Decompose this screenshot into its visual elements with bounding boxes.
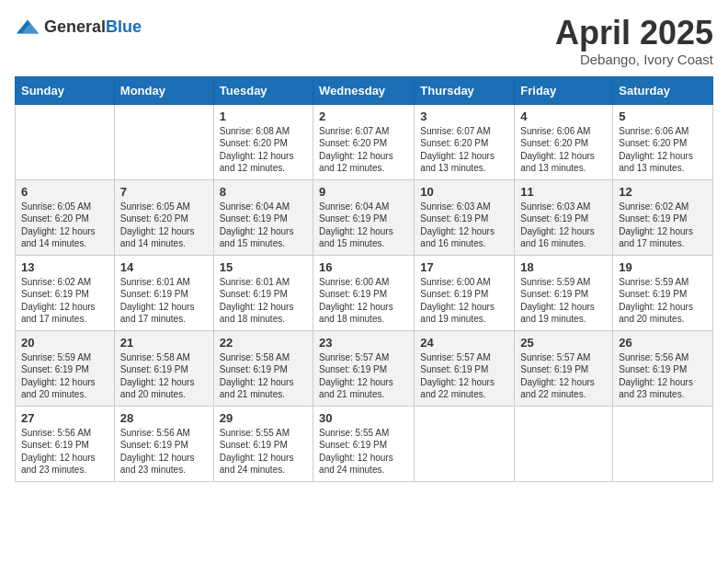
header-sunday: Sunday — [16, 76, 115, 104]
calendar-cell: 23Sunrise: 5:57 AM Sunset: 6:19 PM Dayli… — [313, 330, 415, 406]
day-number: 21 — [120, 336, 208, 350]
day-info: Sunrise: 6:03 AM Sunset: 6:19 PM Dayligh… — [520, 201, 607, 250]
day-number: 9 — [319, 185, 408, 199]
calendar-cell: 2Sunrise: 6:07 AM Sunset: 6:20 PM Daylig… — [313, 104, 415, 179]
title-area: April 2025 Debango, Ivory Coast — [555, 15, 713, 67]
calendar-cell: 26Sunrise: 5:56 AM Sunset: 6:19 PM Dayli… — [613, 330, 713, 406]
day-info: Sunrise: 5:56 AM Sunset: 6:19 PM Dayligh… — [21, 427, 108, 477]
header-saturday: Saturday — [613, 76, 713, 104]
day-number: 25 — [520, 336, 607, 350]
day-info: Sunrise: 6:01 AM Sunset: 6:19 PM Dayligh… — [220, 276, 307, 326]
calendar-cell: 13Sunrise: 6:02 AM Sunset: 6:19 PM Dayli… — [16, 255, 115, 330]
day-info: Sunrise: 6:05 AM Sunset: 6:20 PM Dayligh… — [21, 201, 108, 250]
day-info: Sunrise: 6:08 AM Sunset: 6:20 PM Dayligh… — [220, 125, 307, 175]
day-number: 27 — [21, 411, 108, 425]
day-info: Sunrise: 5:57 AM Sunset: 6:19 PM Dayligh… — [319, 351, 408, 401]
calendar-cell: 28Sunrise: 5:56 AM Sunset: 6:19 PM Dayli… — [114, 406, 213, 481]
calendar-cell: 29Sunrise: 5:55 AM Sunset: 6:19 PM Dayli… — [213, 406, 313, 481]
calendar-cell: 5Sunrise: 6:06 AM Sunset: 6:20 PM Daylig… — [613, 104, 713, 179]
header: GeneralBlue April 2025 Debango, Ivory Co… — [15, 15, 713, 67]
calendar-cell: 12Sunrise: 6:02 AM Sunset: 6:19 PM Dayli… — [613, 179, 713, 255]
calendar-cell: 7Sunrise: 6:05 AM Sunset: 6:20 PM Daylig… — [114, 179, 213, 255]
calendar-cell: 20Sunrise: 5:59 AM Sunset: 6:19 PM Dayli… — [16, 330, 115, 406]
calendar-cell: 16Sunrise: 6:00 AM Sunset: 6:19 PM Dayli… — [313, 255, 415, 330]
day-number: 29 — [220, 411, 307, 425]
day-number: 28 — [120, 411, 208, 425]
day-number: 1 — [220, 109, 307, 123]
day-info: Sunrise: 6:04 AM Sunset: 6:19 PM Dayligh… — [319, 201, 408, 250]
day-number: 5 — [619, 109, 707, 123]
week-row-1: 1Sunrise: 6:08 AM Sunset: 6:20 PM Daylig… — [16, 104, 713, 179]
header-monday: Monday — [114, 76, 213, 104]
day-info: Sunrise: 6:00 AM Sunset: 6:19 PM Dayligh… — [319, 276, 408, 326]
day-info: Sunrise: 5:56 AM Sunset: 6:19 PM Dayligh… — [120, 427, 208, 477]
day-number: 7 — [120, 185, 208, 199]
calendar-cell: 4Sunrise: 6:06 AM Sunset: 6:20 PM Daylig… — [515, 104, 613, 179]
day-info: Sunrise: 5:59 AM Sunset: 6:19 PM Dayligh… — [520, 276, 607, 326]
day-info: Sunrise: 6:07 AM Sunset: 6:20 PM Dayligh… — [319, 125, 408, 175]
day-number: 20 — [21, 336, 108, 350]
day-info: Sunrise: 6:01 AM Sunset: 6:19 PM Dayligh… — [120, 276, 208, 326]
logo-general: GeneralBlue — [44, 18, 142, 37]
calendar-cell: 3Sunrise: 6:07 AM Sunset: 6:20 PM Daylig… — [415, 104, 515, 179]
day-info: Sunrise: 5:55 AM Sunset: 6:19 PM Dayligh… — [319, 427, 408, 477]
day-number: 10 — [420, 185, 508, 199]
calendar-cell: 15Sunrise: 6:01 AM Sunset: 6:19 PM Dayli… — [213, 255, 313, 330]
logo-icon — [15, 15, 40, 40]
calendar-cell: 24Sunrise: 5:57 AM Sunset: 6:19 PM Dayli… — [415, 330, 515, 406]
calendar-cell: 27Sunrise: 5:56 AM Sunset: 6:19 PM Dayli… — [16, 406, 115, 481]
header-wednesday: Wednesday — [313, 76, 415, 104]
calendar-table: Sunday Monday Tuesday Wednesday Thursday… — [15, 76, 713, 482]
location: Debango, Ivory Coast — [555, 52, 713, 67]
week-row-3: 13Sunrise: 6:02 AM Sunset: 6:19 PM Dayli… — [16, 255, 713, 330]
calendar-cell — [415, 406, 515, 481]
day-info: Sunrise: 5:56 AM Sunset: 6:19 PM Dayligh… — [619, 351, 707, 401]
days-header-row: Sunday Monday Tuesday Wednesday Thursday… — [16, 76, 713, 104]
header-friday: Friday — [515, 76, 613, 104]
week-row-5: 27Sunrise: 5:56 AM Sunset: 6:19 PM Dayli… — [16, 406, 713, 481]
day-info: Sunrise: 6:02 AM Sunset: 6:19 PM Dayligh… — [21, 276, 108, 326]
day-info: Sunrise: 5:59 AM Sunset: 6:19 PM Dayligh… — [21, 351, 108, 401]
calendar-cell: 19Sunrise: 5:59 AM Sunset: 6:19 PM Dayli… — [613, 255, 713, 330]
day-number: 18 — [520, 260, 607, 274]
day-info: Sunrise: 6:06 AM Sunset: 6:20 PM Dayligh… — [520, 125, 607, 175]
day-number: 16 — [319, 260, 408, 274]
day-number: 11 — [520, 185, 607, 199]
calendar-cell — [114, 104, 213, 179]
day-info: Sunrise: 6:07 AM Sunset: 6:20 PM Dayligh… — [420, 125, 508, 175]
day-info: Sunrise: 5:59 AM Sunset: 6:19 PM Dayligh… — [619, 276, 707, 326]
month-title: April 2025 — [555, 15, 713, 52]
day-info: Sunrise: 5:57 AM Sunset: 6:19 PM Dayligh… — [420, 351, 508, 401]
day-number: 13 — [21, 260, 108, 274]
calendar-cell: 21Sunrise: 5:58 AM Sunset: 6:19 PM Dayli… — [114, 330, 213, 406]
day-number: 22 — [220, 336, 307, 350]
day-number: 23 — [319, 336, 408, 350]
calendar-cell: 17Sunrise: 6:00 AM Sunset: 6:19 PM Dayli… — [415, 255, 515, 330]
calendar-cell — [16, 104, 115, 179]
day-info: Sunrise: 6:02 AM Sunset: 6:19 PM Dayligh… — [619, 201, 707, 250]
week-row-2: 6Sunrise: 6:05 AM Sunset: 6:20 PM Daylig… — [16, 179, 713, 255]
day-number: 30 — [319, 411, 408, 425]
day-info: Sunrise: 5:57 AM Sunset: 6:19 PM Dayligh… — [520, 351, 607, 401]
day-number: 15 — [220, 260, 307, 274]
day-number: 17 — [420, 260, 508, 274]
day-number: 3 — [420, 109, 508, 123]
calendar-cell: 11Sunrise: 6:03 AM Sunset: 6:19 PM Dayli… — [515, 179, 613, 255]
calendar-cell: 14Sunrise: 6:01 AM Sunset: 6:19 PM Dayli… — [114, 255, 213, 330]
calendar-cell: 1Sunrise: 6:08 AM Sunset: 6:20 PM Daylig… — [213, 104, 313, 179]
day-number: 19 — [619, 260, 707, 274]
day-number: 6 — [21, 185, 108, 199]
calendar-cell: 22Sunrise: 5:58 AM Sunset: 6:19 PM Dayli… — [213, 330, 313, 406]
calendar-cell: 18Sunrise: 5:59 AM Sunset: 6:19 PM Dayli… — [515, 255, 613, 330]
day-info: Sunrise: 6:05 AM Sunset: 6:20 PM Dayligh… — [120, 201, 208, 250]
header-thursday: Thursday — [415, 76, 515, 104]
day-number: 8 — [220, 185, 307, 199]
week-row-4: 20Sunrise: 5:59 AM Sunset: 6:19 PM Dayli… — [16, 330, 713, 406]
day-info: Sunrise: 6:03 AM Sunset: 6:19 PM Dayligh… — [420, 201, 508, 250]
day-info: Sunrise: 5:58 AM Sunset: 6:19 PM Dayligh… — [120, 351, 208, 401]
calendar-cell: 6Sunrise: 6:05 AM Sunset: 6:20 PM Daylig… — [16, 179, 115, 255]
day-number: 12 — [619, 185, 707, 199]
day-number: 2 — [319, 109, 408, 123]
calendar-cell: 8Sunrise: 6:04 AM Sunset: 6:19 PM Daylig… — [213, 179, 313, 255]
day-info: Sunrise: 6:06 AM Sunset: 6:20 PM Dayligh… — [619, 125, 707, 175]
